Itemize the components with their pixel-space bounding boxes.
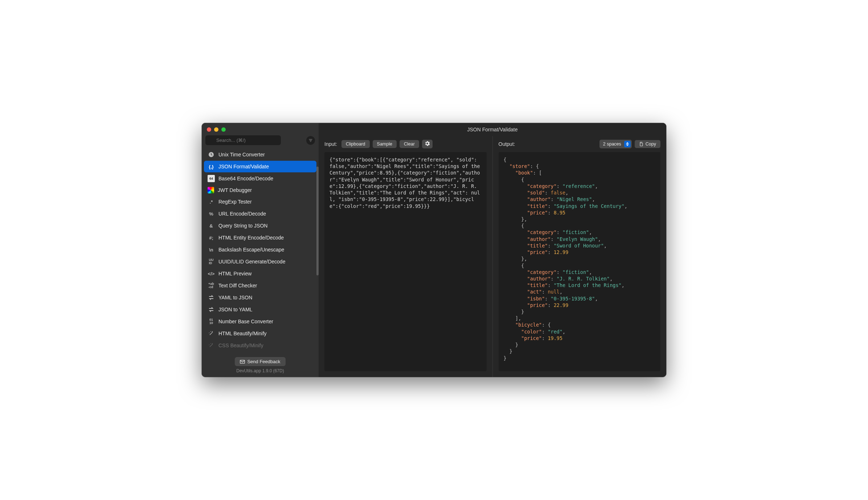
tool-list: Unix Time Converter {,} JSON Format/Vali…: [202, 149, 319, 354]
svg-rect-6: [240, 360, 245, 363]
clear-button[interactable]: Clear: [400, 140, 419, 148]
sidebar-item-label: JSON Format/Validate: [218, 164, 269, 169]
sidebar-item-label: Number Base Converter: [218, 319, 273, 324]
app-window: Unix Time Converter {,} JSON Format/Vali…: [202, 123, 666, 377]
close-window-button[interactable]: [207, 127, 211, 132]
minimize-window-button[interactable]: [214, 127, 218, 132]
feedback-button-label: Send Feedback: [247, 359, 280, 364]
braces-icon: {,}: [208, 163, 215, 170]
sidebar-item-label: HTML Beautify/Minify: [218, 331, 267, 336]
sidebar-item-yaml-to-json[interactable]: YAML to JSON: [204, 292, 316, 303]
clock-icon: [208, 151, 215, 158]
binary-icon: 0110: [208, 318, 215, 325]
angle-brackets-icon: </>: [208, 270, 215, 277]
sidebar-item-url-encode[interactable]: % URL Encode/Decode: [204, 208, 316, 220]
sidebar-item-label: JWT Debugger: [218, 187, 252, 193]
sidebar-item-backslash[interactable]: \n Backslash Escape/Unescape: [204, 244, 316, 255]
sidebar-footer: Send Feedback DevUtils.app 1.9.0 (67D): [202, 354, 319, 377]
sidebar-item-label: JSON to YAML: [218, 307, 253, 312]
sidebar-item-label: YAML to JSON: [218, 295, 252, 300]
sidebar-item-html-beautify[interactable]: HTML Beautify/Minify: [204, 328, 316, 339]
filter-button[interactable]: [306, 136, 315, 145]
sidebar-item-label: UUID/ULID Generate/Decode: [218, 259, 285, 265]
sidebar-item-json-format[interactable]: {,} JSON Format/Validate: [204, 161, 316, 172]
output-pane: Output: 2 spaces Copy { "store":: [492, 136, 667, 377]
sidebar-item-label: Text Diff Checker: [218, 283, 257, 288]
send-feedback-button[interactable]: Send Feedback: [235, 357, 285, 366]
sidebar-item-query-string[interactable]: & Query String to JSON: [204, 220, 316, 231]
sidebar-item-html-preview[interactable]: </> HTML Preview: [204, 268, 316, 279]
ampersand-icon: &: [208, 222, 215, 229]
wand-icon: [208, 330, 215, 337]
svg-rect-7: [640, 143, 643, 146]
sidebar-item-css-beautify[interactable]: CSS Beautify/Minify: [204, 340, 316, 351]
sidebar-item-base64[interactable]: 64 Base64 Encode/Decode: [204, 173, 316, 184]
sidebar-item-label: HTML Preview: [218, 271, 251, 276]
diff-icon: +ab-cd: [208, 282, 215, 289]
input-pane: Input: Clipboard Sample Clear {"store":{…: [319, 136, 492, 377]
sidebar-item-label: Backslash Escape/Unescape: [218, 247, 284, 253]
gear-icon: [425, 141, 430, 146]
hash-icon: #;: [208, 234, 215, 241]
sidebar-item-number-base[interactable]: 0110 Number Base Converter: [204, 316, 316, 327]
regex-icon: .*: [208, 198, 215, 205]
version-text: DevUtils.app 1.9.0 (67D): [202, 368, 319, 373]
window-title: JSON Format/Validate: [319, 123, 666, 136]
sidebar-item-label: Unix Time Converter: [218, 152, 265, 157]
envelope-icon: [240, 359, 245, 364]
sidebar-item-text-diff[interactable]: +ab-cd Text Diff Checker: [204, 280, 316, 291]
sidebar-item-label: HTML Entity Encode/Decode: [218, 235, 284, 241]
sidebar-item-jwt[interactable]: JWT Debugger: [204, 185, 316, 196]
output-view[interactable]: { "store": { "book": [ { "category": "re…: [499, 152, 661, 371]
scrollbar-thumb[interactable]: [316, 167, 319, 275]
sidebar-item-label: RegExp Tester: [218, 199, 252, 205]
uuid-icon: UUID: [208, 258, 215, 265]
copy-button[interactable]: Copy: [635, 140, 660, 148]
sidebar-item-uuid[interactable]: UUID UUID/ULID Generate/Decode: [204, 256, 316, 267]
percent-icon: %: [208, 210, 215, 217]
window-controls: [202, 123, 319, 134]
sidebar-scrollbar[interactable]: [316, 167, 319, 283]
sidebar: Unix Time Converter {,} JSON Format/Vali…: [202, 123, 319, 377]
swap-icon: [208, 294, 215, 301]
search-input[interactable]: [205, 135, 281, 145]
sidebar-item-label: CSS Beautify/Minify: [218, 343, 263, 348]
sidebar-item-label: Base64 Encode/Decode: [218, 176, 273, 181]
clipboard-button[interactable]: Clipboard: [341, 140, 370, 148]
backslash-icon: \n: [208, 246, 215, 253]
jwt-icon: [208, 187, 214, 193]
sidebar-item-label: URL Encode/Decode: [218, 211, 266, 217]
indent-select-label: 2 spaces: [603, 142, 621, 147]
sidebar-item-regexp[interactable]: .* RegExp Tester: [204, 196, 316, 208]
indent-select[interactable]: 2 spaces: [599, 140, 632, 148]
copy-icon: [639, 142, 643, 146]
swap-icon: [208, 306, 215, 313]
output-label: Output:: [499, 141, 515, 147]
sidebar-item-unix-time[interactable]: Unix Time Converter: [204, 149, 316, 160]
search-input-wrapper: [205, 135, 303, 145]
base64-icon: 64: [208, 175, 215, 182]
sidebar-item-json-to-yaml[interactable]: JSON to YAML: [204, 304, 316, 315]
sidebar-item-html-entity[interactable]: #; HTML Entity Encode/Decode: [204, 232, 316, 243]
zoom-window-button[interactable]: [221, 127, 226, 132]
input-label: Input:: [324, 141, 337, 147]
wand-icon: [208, 342, 215, 349]
input-textarea[interactable]: {"store":{"book":[{"category":"reference…: [324, 152, 487, 371]
settings-button[interactable]: [422, 140, 433, 148]
chevron-up-down-icon: [624, 141, 631, 147]
sample-button[interactable]: Sample: [373, 140, 397, 148]
sidebar-item-label: Query String to JSON: [218, 223, 267, 229]
main-area: JSON Format/Validate Input: Clipboard Sa…: [319, 123, 666, 377]
copy-button-label: Copy: [646, 142, 656, 147]
